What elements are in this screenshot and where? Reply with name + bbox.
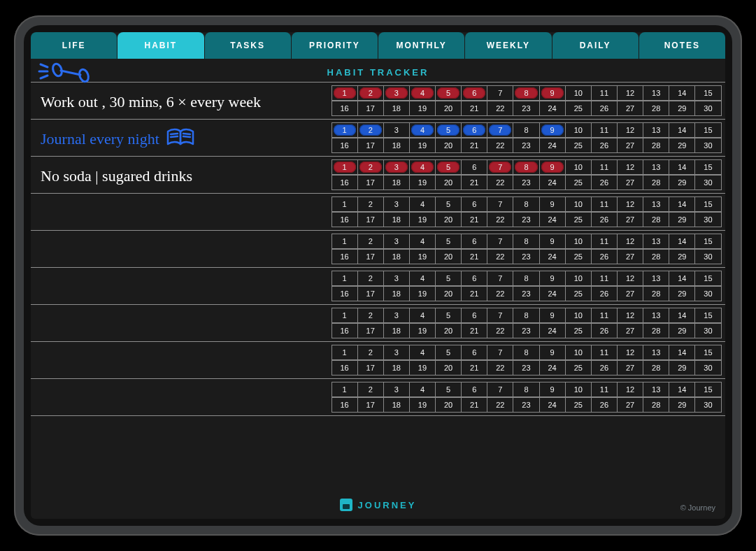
day-cell[interactable]: 1 xyxy=(331,85,358,101)
day-cell[interactable]: 5 xyxy=(435,159,462,175)
day-cell[interactable]: 8 xyxy=(513,382,539,397)
day-cell[interactable]: 19 xyxy=(409,397,436,413)
day-cell[interactable]: 26 xyxy=(591,323,618,338)
day-cell[interactable]: 2 xyxy=(357,122,384,138)
day-cell[interactable]: 21 xyxy=(461,286,487,301)
day-cell[interactable]: 15 xyxy=(694,122,721,138)
day-cell[interactable]: 26 xyxy=(591,360,618,375)
day-cell[interactable]: 2 xyxy=(357,345,384,360)
day-cell[interactable]: 1 xyxy=(331,382,358,397)
day-cell[interactable]: 8 xyxy=(513,234,539,249)
day-cell[interactable]: 21 xyxy=(461,397,487,413)
day-cell[interactable]: 16 xyxy=(331,360,358,375)
day-cell[interactable]: 19 xyxy=(409,212,436,227)
day-cell[interactable]: 18 xyxy=(383,360,410,375)
day-cell[interactable]: 28 xyxy=(643,101,669,116)
day-cell[interactable]: 26 xyxy=(591,138,618,153)
day-cell[interactable]: 19 xyxy=(409,360,436,375)
day-cell[interactable]: 4 xyxy=(409,85,436,101)
day-cell[interactable]: 9 xyxy=(539,345,566,360)
day-cell[interactable]: 15 xyxy=(694,308,721,323)
habit-label[interactable]: Journal every night xyxy=(31,120,331,156)
day-cell[interactable]: 3 xyxy=(383,159,410,175)
day-cell[interactable]: 15 xyxy=(694,159,721,175)
day-cell[interactable]: 10 xyxy=(565,122,592,138)
day-cell[interactable]: 22 xyxy=(487,175,513,190)
day-cell[interactable]: 17 xyxy=(357,360,384,375)
day-cell[interactable]: 7 xyxy=(487,159,513,175)
day-cell[interactable]: 20 xyxy=(435,397,462,413)
day-cell[interactable]: 21 xyxy=(461,212,487,227)
day-cell[interactable]: 30 xyxy=(694,249,721,264)
day-cell[interactable]: 29 xyxy=(669,323,695,338)
day-cell[interactable]: 15 xyxy=(694,85,721,101)
day-cell[interactable]: 27 xyxy=(617,360,643,375)
day-cell[interactable]: 14 xyxy=(669,196,695,212)
day-cell[interactable]: 10 xyxy=(565,196,592,212)
day-cell[interactable]: 22 xyxy=(487,360,513,375)
day-cell[interactable]: 20 xyxy=(435,286,462,301)
day-cell[interactable]: 26 xyxy=(591,101,618,116)
day-cell[interactable]: 14 xyxy=(669,382,695,397)
day-cell[interactable]: 22 xyxy=(487,397,513,413)
day-cell[interactable]: 17 xyxy=(357,138,384,153)
day-cell[interactable]: 12 xyxy=(617,196,643,212)
day-cell[interactable]: 9 xyxy=(539,196,566,212)
day-cell[interactable]: 11 xyxy=(591,234,618,249)
day-cell[interactable]: 12 xyxy=(617,345,643,360)
day-cell[interactable]: 24 xyxy=(539,175,566,190)
day-cell[interactable]: 3 xyxy=(383,85,410,101)
day-cell[interactable]: 9 xyxy=(539,122,566,138)
day-cell[interactable]: 1 xyxy=(331,196,358,212)
day-cell[interactable]: 28 xyxy=(643,138,669,153)
day-cell[interactable]: 24 xyxy=(539,397,566,413)
day-cell[interactable]: 2 xyxy=(357,159,384,175)
day-cell[interactable]: 3 xyxy=(383,345,410,360)
tab-notes[interactable]: NOTES xyxy=(639,32,725,59)
day-cell[interactable]: 4 xyxy=(409,234,436,249)
day-cell[interactable]: 16 xyxy=(331,175,358,190)
day-cell[interactable]: 13 xyxy=(643,345,669,360)
day-cell[interactable]: 25 xyxy=(565,249,592,264)
day-cell[interactable]: 3 xyxy=(383,308,410,323)
day-cell[interactable]: 4 xyxy=(409,382,436,397)
day-cell[interactable]: 24 xyxy=(539,138,566,153)
day-cell[interactable]: 1 xyxy=(331,122,358,138)
day-cell[interactable]: 27 xyxy=(617,249,643,264)
day-cell[interactable]: 29 xyxy=(669,175,695,190)
day-cell[interactable]: 25 xyxy=(565,212,592,227)
day-cell[interactable]: 2 xyxy=(357,308,384,323)
tab-life[interactable]: LIFE xyxy=(31,32,117,59)
day-cell[interactable]: 4 xyxy=(409,308,436,323)
day-cell[interactable]: 17 xyxy=(357,323,384,338)
day-cell[interactable]: 30 xyxy=(694,323,721,338)
habit-label[interactable] xyxy=(31,231,331,267)
habit-label[interactable]: No soda | sugared drinks xyxy=(31,157,331,193)
day-cell[interactable]: 19 xyxy=(409,286,436,301)
day-cell[interactable]: 30 xyxy=(694,101,721,116)
day-cell[interactable]: 22 xyxy=(487,101,513,116)
day-cell[interactable]: 1 xyxy=(331,345,358,360)
day-cell[interactable]: 3 xyxy=(383,271,410,286)
day-cell[interactable]: 18 xyxy=(383,175,410,190)
day-cell[interactable]: 3 xyxy=(383,196,410,212)
day-cell[interactable]: 1 xyxy=(331,159,358,175)
day-cell[interactable]: 21 xyxy=(461,138,487,153)
day-cell[interactable]: 30 xyxy=(694,175,721,190)
day-cell[interactable]: 5 xyxy=(435,271,462,286)
day-cell[interactable]: 16 xyxy=(331,249,358,264)
day-cell[interactable]: 1 xyxy=(331,308,358,323)
day-cell[interactable]: 6 xyxy=(461,382,487,397)
day-cell[interactable]: 2 xyxy=(357,196,384,212)
day-cell[interactable]: 15 xyxy=(694,345,721,360)
day-cell[interactable]: 10 xyxy=(565,345,592,360)
day-cell[interactable]: 25 xyxy=(565,138,592,153)
tab-monthly[interactable]: MONTHLY xyxy=(378,32,464,59)
habit-label[interactable]: Work out , 30 mins, 6 × every week xyxy=(31,83,331,119)
day-cell[interactable]: 26 xyxy=(591,249,618,264)
day-cell[interactable]: 20 xyxy=(435,101,462,116)
day-cell[interactable]: 26 xyxy=(591,286,618,301)
day-cell[interactable]: 18 xyxy=(383,138,410,153)
day-cell[interactable]: 15 xyxy=(694,196,721,212)
day-cell[interactable]: 8 xyxy=(513,308,539,323)
